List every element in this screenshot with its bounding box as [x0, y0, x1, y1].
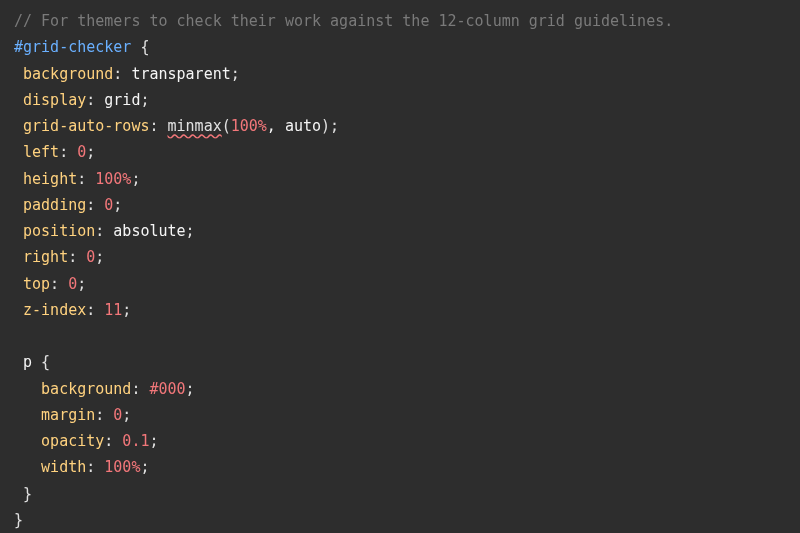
property-token: width — [41, 458, 86, 476]
brace-open: { — [32, 353, 50, 371]
property-token: background — [41, 380, 131, 398]
property-token: opacity — [41, 432, 104, 450]
code-line: left: 0; — [14, 139, 786, 165]
number-token: 0 — [113, 406, 122, 424]
number-token: 0 — [104, 196, 113, 214]
property-token: left — [23, 143, 59, 161]
value-token: absolute — [113, 222, 185, 240]
property-token: position — [23, 222, 95, 240]
property-token: display — [23, 91, 86, 109]
code-line-brace-close: } — [14, 507, 786, 533]
code-line: margin: 0; — [14, 402, 786, 428]
brace-close: } — [14, 511, 23, 529]
code-line: top: 0; — [14, 271, 786, 297]
number-token: 0 — [68, 275, 77, 293]
selector-token: #grid-checker — [14, 38, 131, 56]
property-token: top — [23, 275, 50, 293]
property-token: grid-auto-rows — [23, 117, 149, 135]
property-token: height — [23, 170, 77, 188]
code-line: position: absolute; — [14, 218, 786, 244]
code-line: display: grid; — [14, 87, 786, 113]
code-line-nested-selector: p { — [14, 349, 786, 375]
code-line: right: 0; — [14, 244, 786, 270]
code-editor[interactable]: // For themers to check their work again… — [14, 8, 786, 533]
property-token: padding — [23, 196, 86, 214]
code-line: background: #000; — [14, 376, 786, 402]
code-line: width: 100%; — [14, 454, 786, 480]
value-token: #000 — [149, 380, 185, 398]
brace-close: } — [23, 485, 32, 503]
code-line: z-index: 11; — [14, 297, 786, 323]
code-line-blank — [14, 323, 786, 349]
property-token: right — [23, 248, 68, 266]
value-token: transparent — [131, 65, 230, 83]
code-line: grid-auto-rows: minmax(100%, auto); — [14, 113, 786, 139]
property-token: z-index — [23, 301, 86, 319]
code-line: height: 100%; — [14, 166, 786, 192]
comment-text: // For themers to check their work again… — [14, 12, 673, 30]
number-token: 11 — [104, 301, 122, 319]
number-token: 0.1 — [122, 432, 149, 450]
number-token: 100% — [231, 117, 267, 135]
value-token: grid — [104, 91, 140, 109]
code-line: background: transparent; — [14, 61, 786, 87]
code-line-comment: // For themers to check their work again… — [14, 8, 786, 34]
number-token: 0 — [77, 143, 86, 161]
number-token: 100% — [95, 170, 131, 188]
code-line-brace-close: } — [14, 481, 786, 507]
brace-open: { — [131, 38, 149, 56]
function-token: minmax — [168, 117, 222, 135]
selector-token: p — [23, 353, 32, 371]
code-line: padding: 0; — [14, 192, 786, 218]
number-token: 0 — [86, 248, 95, 266]
property-token: background — [23, 65, 113, 83]
code-line-selector: #grid-checker { — [14, 34, 786, 60]
number-token: 100% — [104, 458, 140, 476]
value-token: auto — [285, 117, 321, 135]
property-token: margin — [41, 406, 95, 424]
code-line: opacity: 0.1; — [14, 428, 786, 454]
